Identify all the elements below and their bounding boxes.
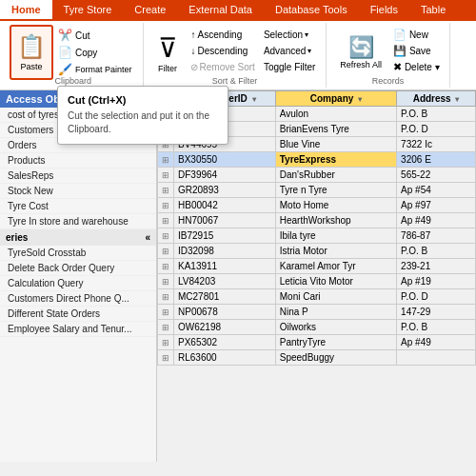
- sidebar-queries-title: eries «: [0, 229, 156, 246]
- cell-company: BrianEvens Tyre: [275, 122, 396, 137]
- cell-company: TyreExpress: [275, 152, 396, 168]
- sidebar-query-item[interactable]: Different State Orders: [0, 307, 156, 322]
- tab-fields[interactable]: Fields: [359, 0, 409, 21]
- sidebar-query-item[interactable]: Delete Back Order Query: [0, 261, 156, 276]
- descending-button[interactable]: ↓ Descending: [187, 43, 259, 59]
- tab-tyre-store[interactable]: Tyre Store: [52, 0, 124, 21]
- cell-company: HearthWorkshop: [275, 213, 396, 228]
- sidebar-item[interactable]: Tyre In store and warehouse: [0, 214, 156, 229]
- tab-external-data[interactable]: External Data: [177, 0, 264, 21]
- remove-sort-button[interactable]: ⊘ Remove Sort: [187, 59, 259, 75]
- filter-subgroup: ⊽ Filter ↑ Ascending ↓ Descending: [149, 25, 321, 80]
- cell-company: Blue Vine: [275, 137, 396, 152]
- row-expand[interactable]: ⊞: [158, 320, 174, 335]
- col-header-address[interactable]: Address ▾: [397, 91, 476, 107]
- sidebar-item[interactable]: SalesReps: [0, 169, 156, 184]
- sidebar-query-item[interactable]: Customers Direct Phone Q...: [0, 291, 156, 307]
- tab-create[interactable]: Create: [123, 0, 177, 21]
- cell-customerid: OW62198: [174, 320, 276, 335]
- new-icon: 📄: [393, 29, 407, 41]
- cell-address: P.O. D: [397, 122, 476, 137]
- row-expand[interactable]: ⊞: [158, 289, 174, 305]
- row-expand[interactable]: ⊞: [158, 305, 174, 320]
- table-row[interactable]: ⊞ID32098Istria MotorP.O. B: [158, 244, 476, 259]
- table-row[interactable]: ⊞DF39964Dan'sRubber565-22: [158, 168, 476, 183]
- filter-button[interactable]: ⊽ Filter: [149, 25, 187, 80]
- tab-database-tools[interactable]: Database Tools: [264, 0, 359, 21]
- cell-address: 565-22: [397, 168, 476, 183]
- row-expand[interactable]: ⊞: [158, 335, 174, 350]
- row-expand[interactable]: ⊞: [158, 213, 174, 228]
- table-row[interactable]: ⊞NP00678Nina P147-29: [158, 305, 476, 320]
- sidebar-item[interactable]: Tyre Cost: [0, 199, 156, 214]
- records-group: 🔄 Refresh All 📄 New 💾 Save ✖ Delete ▾: [327, 23, 449, 88]
- descending-icon: ↓: [191, 46, 196, 56]
- cell-address: 147-29: [397, 305, 476, 320]
- sidebar-item[interactable]: Products: [0, 153, 156, 169]
- row-expand[interactable]: ⊞: [158, 350, 174, 366]
- row-expand[interactable]: ⊞: [158, 274, 174, 289]
- format-painter-label: Format Painter: [75, 65, 132, 74]
- advanced-button[interactable]: Advanced ▾: [259, 43, 320, 59]
- selection-button[interactable]: Selection ▾: [259, 27, 320, 43]
- table-row[interactable]: ⊞BX30550TyreExpress3206 E: [158, 152, 476, 168]
- customerid-sort-arrow: ▾: [252, 95, 256, 104]
- cut-button[interactable]: ✂️ Cut: [53, 27, 137, 44]
- table-row[interactable]: ⊞MC27801Moni CariP.O. D: [158, 289, 476, 305]
- table-row[interactable]: ⊞KA13911Karamel Amor Tyr239-21: [158, 259, 476, 274]
- delete-icon: ✖: [393, 61, 402, 73]
- cell-company: Istria Motor: [275, 244, 396, 259]
- row-expand[interactable]: ⊞: [158, 183, 174, 198]
- table-row[interactable]: ⊞IB72915Ibila tyre786-87: [158, 228, 476, 244]
- advanced-label: Advanced: [264, 46, 306, 56]
- ascending-button[interactable]: ↑ Ascending: [187, 27, 259, 43]
- col-header-company[interactable]: Company ▾: [275, 91, 396, 107]
- sidebar-query-item[interactable]: Calculation Query: [0, 276, 156, 291]
- row-expand[interactable]: ⊞: [158, 244, 174, 259]
- sort-right: Selection ▾ Advanced ▾ Toggle Filter: [259, 25, 320, 75]
- tab-home[interactable]: Home: [0, 0, 52, 21]
- cell-company: Leticia Vito Motor: [275, 274, 396, 289]
- sidebar-query-item[interactable]: Employee Salary and Tenur...: [0, 322, 156, 337]
- new-record-button[interactable]: 📄 New: [389, 27, 444, 43]
- ascending-label: Ascending: [198, 30, 243, 40]
- paste-button[interactable]: 📋 Paste: [10, 25, 53, 80]
- advanced-arrow: ▾: [307, 47, 311, 55]
- table-row[interactable]: ⊞LV84203Leticia Vito MotorAp #19: [158, 274, 476, 289]
- cell-address: P.O. D: [397, 289, 476, 305]
- row-expand[interactable]: ⊞: [158, 168, 174, 183]
- row-expand[interactable]: ⊞: [158, 152, 174, 168]
- cell-company: Tyre n Tyre: [275, 183, 396, 198]
- paste-icon: 📋: [17, 33, 46, 60]
- row-expand[interactable]: ⊞: [158, 259, 174, 274]
- refresh-button[interactable]: 🔄 Refresh All: [332, 25, 389, 80]
- save-button[interactable]: 💾 Save: [389, 43, 444, 59]
- sort-filter-group-label: Sort & Filter: [144, 76, 327, 86]
- sidebar-query-item[interactable]: TyreSold Crosstab: [0, 246, 156, 261]
- toggle-filter-button[interactable]: Toggle Filter: [259, 59, 320, 75]
- tooltip-description: Cut the selection and put it on the Clip…: [68, 109, 218, 136]
- delete-button[interactable]: ✖ Delete ▾: [389, 59, 444, 75]
- table-row[interactable]: ⊞OW62198OilworksP.O. B: [158, 320, 476, 335]
- row-expand[interactable]: ⊞: [158, 228, 174, 244]
- tab-table[interactable]: Table: [409, 0, 457, 21]
- ribbon-tabs: Home Tyre Store Create External Data Dat…: [0, 0, 476, 21]
- cell-address: P.O. B: [397, 107, 476, 122]
- table-row[interactable]: ⊞HB00042Moto HomeAp #97: [158, 198, 476, 213]
- row-expand[interactable]: ⊞: [158, 198, 174, 213]
- records-small-col: 📄 New 💾 Save ✖ Delete ▾: [389, 25, 444, 75]
- selection-label: Selection: [264, 30, 303, 40]
- cell-address: Ap #19: [397, 274, 476, 289]
- paste-label: Paste: [20, 62, 42, 71]
- format-painter-icon: 🖌️: [58, 63, 72, 76]
- table-row[interactable]: ⊞HN70067HearthWorkshopAp #49: [158, 213, 476, 228]
- sidebar-item[interactable]: Stock New: [0, 184, 156, 199]
- cell-customerid: MC27801: [174, 289, 276, 305]
- table-row[interactable]: ⊞GR20893Tyre n TyreAp #54: [158, 183, 476, 198]
- save-icon: 💾: [393, 45, 407, 57]
- table-row[interactable]: ⊞PX65302PantryTyreAp #49: [158, 335, 476, 350]
- table-row[interactable]: ⊞RL63600SpeedBuggy: [158, 350, 476, 366]
- table-body: ⊞26AvulonP.O. B⊞BEJ14564BrianEvens TyreP…: [158, 107, 476, 366]
- copy-button[interactable]: 📄 Copy: [53, 44, 137, 61]
- sidebar: Access Obje... cost of tyres_ImportError…: [0, 90, 157, 462]
